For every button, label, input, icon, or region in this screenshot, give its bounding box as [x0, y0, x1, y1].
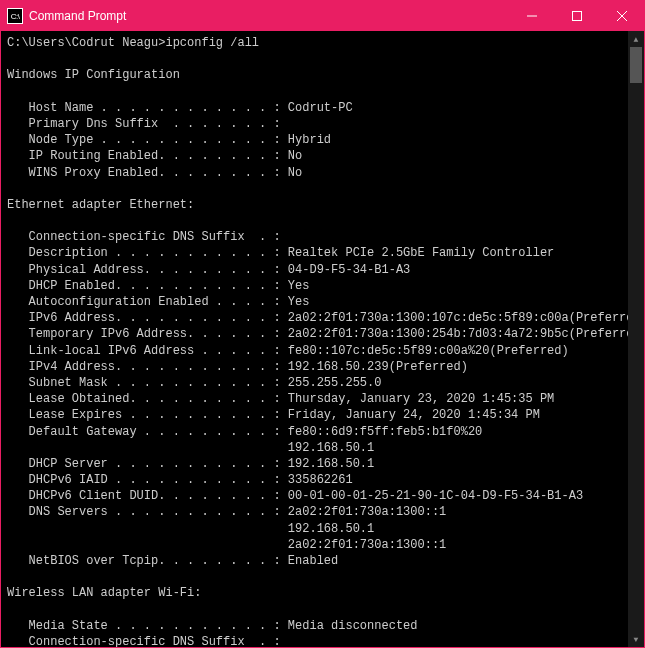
scrollbar[interactable]: ▲ ▼: [628, 31, 644, 647]
app-icon-label: C:\: [11, 12, 20, 21]
titlebar[interactable]: C:\ Command Prompt: [1, 1, 644, 31]
wifi-media: Media disconnected: [288, 619, 418, 633]
eth-physical-label: Physical Address. . . . . . . . . :: [7, 263, 288, 277]
eth-description: Realtek PCIe 2.5GbE Family Controller: [288, 246, 554, 260]
scroll-thumb[interactable]: [630, 47, 642, 83]
host-name-label: Host Name . . . . . . . . . . . . :: [7, 101, 288, 115]
eth-gateway2-indent: [7, 441, 288, 455]
eth-dns-label: DNS Servers . . . . . . . . . . . :: [7, 505, 288, 519]
wifi-media-label: Media State . . . . . . . . . . . :: [7, 619, 288, 633]
eth-dns3-indent: [7, 538, 288, 552]
command: ipconfig /all: [165, 36, 259, 50]
window-title: Command Prompt: [29, 9, 509, 23]
eth-lease-exp-label: Lease Expires . . . . . . . . . . :: [7, 408, 288, 422]
app-icon: C:\: [7, 8, 23, 24]
eth-netbios-label: NetBIOS over Tcpip. . . . . . . . :: [7, 554, 288, 568]
eth-dhcpv6-iaid-label: DHCPv6 IAID . . . . . . . . . . . :: [7, 473, 288, 487]
wifi-conn-dns-label: Connection-specific DNS Suffix . :: [7, 635, 281, 647]
eth-physical: 04-D9-F5-34-B1-A3: [288, 263, 410, 277]
console-area: C:\Users\Codrut Neagu>ipconfig /all Wind…: [1, 31, 644, 647]
close-button[interactable]: [599, 1, 644, 31]
maximize-icon: [572, 11, 582, 21]
wins-proxy-label: WINS Proxy Enabled. . . . . . . . :: [7, 166, 288, 180]
eth-temp-ipv6: 2a02:2f01:730a:1300:254b:7d03:4a72:9b5c(…: [288, 327, 628, 341]
eth-dhcpv6-iaid: 335862261: [288, 473, 353, 487]
maximize-button[interactable]: [554, 1, 599, 31]
node-type-label: Node Type . . . . . . . . . . . . :: [7, 133, 288, 147]
command-prompt-window: C:\ Command Prompt C:\Users\Codrut Neagu…: [0, 0, 645, 648]
ethernet-header: Ethernet adapter Ethernet:: [7, 198, 194, 212]
eth-dns2: 192.168.50.1: [288, 522, 374, 536]
eth-lease-exp: Friday, January 24, 2020 1:45:34 PM: [288, 408, 540, 422]
eth-lease-obt: Thursday, January 23, 2020 1:45:35 PM: [288, 392, 554, 406]
wifi-header: Wireless LAN adapter Wi-Fi:: [7, 586, 201, 600]
scroll-down-icon[interactable]: ▼: [628, 631, 644, 647]
eth-subnet-label: Subnet Mask . . . . . . . . . . . :: [7, 376, 288, 390]
console-output[interactable]: C:\Users\Codrut Neagu>ipconfig /all Wind…: [1, 31, 628, 647]
eth-subnet: 255.255.255.0: [288, 376, 382, 390]
section-header: Windows IP Configuration: [7, 68, 180, 82]
prompt: C:\Users\Codrut Neagu>: [7, 36, 165, 50]
eth-dhcp-server: 192.168.50.1: [288, 457, 374, 471]
window-controls: [509, 1, 644, 31]
primary-dns-label: Primary Dns Suffix . . . . . . . :: [7, 117, 281, 131]
eth-dhcpv6-duid-label: DHCPv6 Client DUID. . . . . . . . :: [7, 489, 288, 503]
host-name: Codrut-PC: [288, 101, 353, 115]
eth-ipv6: 2a02:2f01:730a:1300:107c:de5c:5f89:c00a(…: [288, 311, 628, 325]
ip-routing: No: [288, 149, 302, 163]
close-icon: [617, 11, 627, 21]
eth-autoconf: Yes: [288, 295, 310, 309]
eth-ll-ipv6: fe80::107c:de5c:5f89:c00a%20(Preferred): [288, 344, 569, 358]
eth-dhcp-server-label: DHCP Server . . . . . . . . . . . :: [7, 457, 288, 471]
eth-lease-obt-label: Lease Obtained. . . . . . . . . . :: [7, 392, 288, 406]
eth-autoconf-label: Autoconfiguration Enabled . . . . :: [7, 295, 288, 309]
minimize-icon: [527, 11, 537, 21]
eth-dns2-indent: [7, 522, 288, 536]
eth-gateway2: 192.168.50.1: [288, 441, 374, 455]
node-type: Hybrid: [288, 133, 331, 147]
eth-ipv4: 192.168.50.239(Preferred): [288, 360, 468, 374]
eth-temp-ipv6-label: Temporary IPv6 Address. . . . . . :: [7, 327, 288, 341]
eth-ipv4-label: IPv4 Address. . . . . . . . . . . :: [7, 360, 288, 374]
eth-dhcpv6-duid: 00-01-00-01-25-21-90-1C-04-D9-F5-34-B1-A…: [288, 489, 583, 503]
eth-dhcp-label: DHCP Enabled. . . . . . . . . . . :: [7, 279, 288, 293]
eth-ipv6-label: IPv6 Address. . . . . . . . . . . :: [7, 311, 288, 325]
eth-description-label: Description . . . . . . . . . . . :: [7, 246, 288, 260]
svg-rect-1: [572, 12, 581, 21]
eth-netbios: Enabled: [288, 554, 338, 568]
eth-dns3: 2a02:2f01:730a:1300::1: [288, 538, 446, 552]
eth-dhcp: Yes: [288, 279, 310, 293]
eth-gateway-label: Default Gateway . . . . . . . . . :: [7, 425, 288, 439]
eth-dns1: 2a02:2f01:730a:1300::1: [288, 505, 446, 519]
eth-ll-ipv6-label: Link-local IPv6 Address . . . . . :: [7, 344, 288, 358]
wins-proxy: No: [288, 166, 302, 180]
scroll-up-icon[interactable]: ▲: [628, 31, 644, 47]
ip-routing-label: IP Routing Enabled. . . . . . . . :: [7, 149, 288, 163]
eth-gateway1: fe80::6d9:f5ff:feb5:b1f0%20: [288, 425, 482, 439]
minimize-button[interactable]: [509, 1, 554, 31]
eth-conn-dns-label: Connection-specific DNS Suffix . :: [7, 230, 281, 244]
